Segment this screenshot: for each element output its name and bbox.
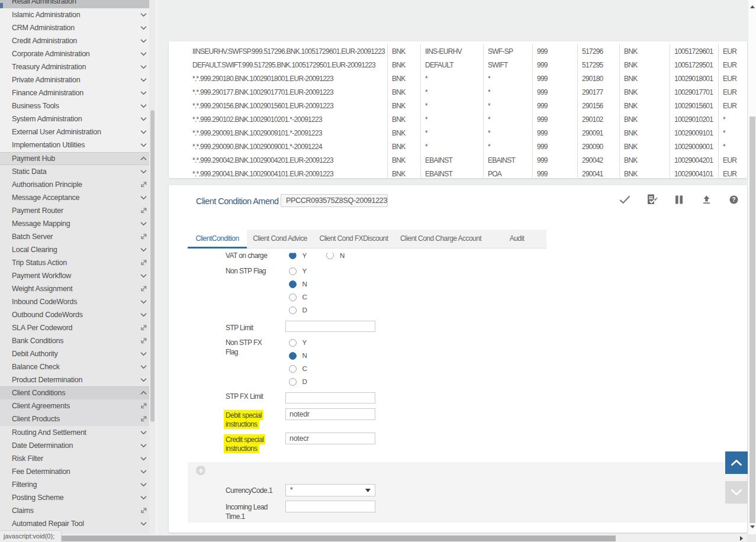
sidebar-item-date-determination[interactable]: Date Determination: [0, 439, 149, 452]
sidebar-item-fee-determination[interactable]: Fee Determination: [0, 465, 149, 478]
stp-limit-field[interactable]: [285, 321, 375, 332]
sidebar-item-static-data[interactable]: Static Data: [0, 165, 149, 178]
vertical-scrollbar-thumb[interactable]: [749, 117, 755, 523]
radio-unselected[interactable]: [289, 378, 297, 386]
sidebar-item-client-agreements[interactable]: Client Agreements: [0, 399, 149, 412]
radio-option-d[interactable]: D: [289, 375, 307, 388]
sidebar-item-client-conditions[interactable]: Client Conditions: [0, 386, 149, 399]
sidebar-item-filtering[interactable]: Filtering: [0, 478, 149, 491]
currency-code-select[interactable]: *: [285, 484, 375, 496]
sidebar-item-routing-and-settlement[interactable]: Routing And Settlement: [0, 426, 149, 439]
table-row[interactable]: *.*.999.290091.BNK.10029009101.*-2009122…: [169, 126, 747, 140]
radio-unselected[interactable]: [289, 267, 297, 275]
radio-option-c[interactable]: C: [289, 291, 307, 304]
sidebar-item-private-administration[interactable]: Private Administration: [0, 73, 149, 86]
tab-client-cond-advice[interactable]: Client Cond Advice: [247, 230, 313, 249]
sidebar-item-bank-conditions[interactable]: Bank Conditions: [0, 334, 149, 347]
radio-selected[interactable]: [289, 280, 297, 288]
table-row[interactable]: *.*.999.290042.BNK.10029004201.EUR-20091…: [169, 153, 747, 167]
sidebar-item-message-acceptance[interactable]: Message Acceptance: [0, 191, 149, 204]
radio-option-y[interactable]: Y: [289, 252, 307, 260]
sidebar-item-system-administration[interactable]: System Administration: [0, 112, 149, 125]
sidebar-item-authorisation-principle[interactable]: Authorisation Principle: [0, 178, 149, 191]
sidebar-item-balance-check[interactable]: Balance Check: [0, 360, 149, 373]
horizontal-scrollbar-thumb[interactable]: [1, 535, 616, 541]
add-row-button[interactable]: [196, 466, 205, 475]
radio-unselected[interactable]: [289, 307, 297, 314]
table-row[interactable]: *.*.999.290102.BNK.10029010201.*-2009122…: [169, 112, 747, 126]
sidebar-item-trip-status-action[interactable]: Trip Status Action: [0, 256, 149, 269]
incoming-lead-time-field[interactable]: [285, 501, 375, 512]
validate-button[interactable]: [645, 193, 658, 206]
radio-unselected[interactable]: [289, 339, 297, 347]
sidebar-item-payment-workflow[interactable]: Payment Workflow: [0, 269, 149, 282]
sidebar-item-risk-filter[interactable]: Risk Filter: [0, 452, 149, 465]
sidebar-item-credit-administration[interactable]: Credit Administration: [0, 34, 149, 47]
table-row[interactable]: *.*.999.290041.BNK.10029004101.EUR-20091…: [169, 167, 747, 178]
table-row[interactable]: DEFAULT.SWIFT.999.517295.BNK.10051729501…: [169, 58, 747, 72]
sidebar-item-weight-assignment[interactable]: Weight Assignment: [0, 282, 149, 295]
sidebar-item-inbound-codewords[interactable]: Inbound CodeWords: [0, 295, 149, 308]
radio-option-y[interactable]: Y: [289, 264, 307, 278]
sidebar-item-implementation-utilities[interactable]: Implementation Utilities: [0, 138, 149, 151]
radio-unselected[interactable]: [289, 293, 297, 301]
commit-button[interactable]: [618, 193, 631, 206]
horizontal-scrollbar[interactable]: [0, 534, 756, 542]
sidebar-item-product-determination[interactable]: Product Determination: [0, 373, 149, 386]
radio-selected[interactable]: [289, 251, 297, 259]
scroll-down-arrow-icon[interactable]: [750, 525, 755, 528]
radio-unselected[interactable]: [326, 251, 334, 259]
sidebar-item-islamic-administration[interactable]: Islamic Administration: [0, 8, 149, 21]
sidebar-item-treasury-administration[interactable]: Treasury Administration: [0, 60, 149, 73]
sidebar-item-payment-router[interactable]: Payment Router: [0, 204, 149, 217]
tab-clientcondition[interactable]: ClientCondition: [188, 230, 247, 249]
upload-button[interactable]: [700, 193, 713, 206]
radio-unselected[interactable]: [289, 365, 297, 373]
radio-option-y[interactable]: Y: [289, 336, 307, 349]
sidebar-item-local-clearing[interactable]: Local Clearing: [0, 243, 149, 256]
sidebar-item-crm-administration[interactable]: CRM Administration: [0, 21, 149, 34]
sidebar-item-sla-per-codeword[interactable]: SLA Per Codeword: [0, 321, 149, 334]
scroll-right-arrow-icon[interactable]: [740, 536, 743, 541]
radio-option-n[interactable]: N: [289, 349, 307, 362]
svg-text:?: ?: [732, 196, 735, 203]
sidebar-item-outbound-codewords[interactable]: Outbound CodeWords: [0, 308, 149, 321]
debit-special-instructions-field[interactable]: [285, 408, 375, 420]
scroll-to-bottom-button[interactable]: [725, 481, 748, 504]
table-row[interactable]: IINSEURHV.SWFSP.999.517296.BNK.100517296…: [169, 44, 747, 58]
tab-client-cond-fxdiscount[interactable]: Client Cond FXDiscount: [313, 230, 394, 249]
radio-option-d[interactable]: D: [289, 304, 307, 317]
table-row[interactable]: *.*.999.290156.BNK.10029015601.EUR-20091…: [169, 99, 747, 112]
help-button[interactable]: ?: [727, 193, 740, 206]
sidebar-item-claims[interactable]: Claims: [0, 504, 149, 517]
tab-audit[interactable]: Audit: [487, 230, 546, 249]
sidebar-item-client-products[interactable]: Client Products: [0, 412, 149, 425]
stp-fx-limit-field[interactable]: [285, 392, 375, 404]
sidebar-scrollbar-thumb[interactable]: [150, 110, 155, 422]
sidebar-item-automated-repair-tool[interactable]: Automated Repair Tool: [0, 517, 149, 530]
radio-option-n[interactable]: N: [289, 278, 307, 291]
table-row[interactable]: *.*.999.290090.BNK.10029009001.*-2009122…: [169, 140, 747, 153]
sidebar-item-external-user-administration[interactable]: External User Administration: [0, 125, 149, 138]
hold-button[interactable]: [673, 193, 686, 206]
radio-option-n[interactable]: N: [326, 252, 345, 260]
sidebar-item-corporate-administration[interactable]: Corporate Administration: [0, 47, 149, 60]
sidebar-item-finance-administration[interactable]: Finance Administration: [0, 86, 149, 99]
scroll-up-arrow-icon[interactable]: [750, 5, 755, 8]
sidebar-item-message-mapping[interactable]: Message Mapping: [0, 217, 149, 230]
table-row[interactable]: *.*.999.290180.BNK.10029018001.EUR-20091…: [169, 72, 747, 85]
scroll-to-top-button[interactable]: [725, 451, 748, 474]
sidebar-item-business-tools[interactable]: Business Tools: [0, 99, 149, 112]
vertical-scrollbar[interactable]: [748, 0, 756, 542]
sidebar-item-payment-hub[interactable]: Payment Hub: [0, 152, 149, 165]
radio-option-label: N: [303, 352, 307, 359]
radio-option-c[interactable]: C: [289, 362, 307, 375]
sidebar-item-retail-administration[interactable]: Retail Administration: [0, 0, 149, 8]
sidebar-item-posting-scheme[interactable]: Posting Scheme: [0, 491, 149, 504]
radio-selected[interactable]: [289, 352, 297, 360]
sidebar-item-batch-server[interactable]: Batch Server: [0, 230, 149, 243]
table-row[interactable]: *.*.999.290177.BNK.10029017701.EUR-20091…: [169, 85, 747, 99]
sidebar-item-debit-authority[interactable]: Debit Authority: [0, 347, 149, 360]
credit-special-instructions-field[interactable]: [285, 433, 375, 444]
tab-client-cond-charge-account[interactable]: Client Cond Charge Account: [394, 230, 487, 249]
